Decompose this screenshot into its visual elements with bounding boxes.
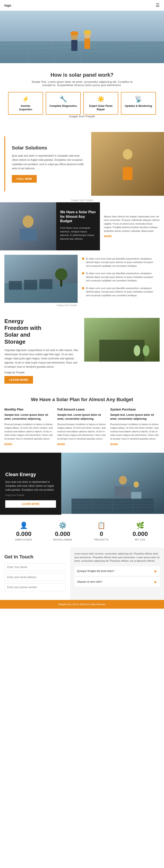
installoman-icon: ⚙️ bbox=[43, 522, 82, 529]
co2-label: MT CO2 bbox=[121, 538, 160, 541]
installoman-number: 0.000 bbox=[43, 530, 82, 537]
how-title: How is solar panel work? bbox=[4, 72, 160, 78]
bullet-section-svg bbox=[4, 255, 78, 303]
budget-card-purchase: System Purchase Sample text. Lorem ipsum… bbox=[110, 408, 160, 446]
svg-rect-16 bbox=[123, 167, 133, 180]
hamburger-icon[interactable]: ☰ bbox=[156, 3, 160, 8]
projects-label: PROJECTS bbox=[82, 538, 121, 541]
budget-lease-name: Full Amount Lease bbox=[57, 408, 107, 411]
svg-rect-11 bbox=[84, 38, 90, 49]
budget-lease-more[interactable]: MORE bbox=[57, 443, 65, 446]
how-card-3: 📡 Updates & Monitoring bbox=[121, 92, 156, 115]
clean-energy-svg bbox=[61, 453, 164, 514]
faq-question-1: Aliquam et sem odio? bbox=[77, 580, 102, 583]
svg-point-25 bbox=[55, 268, 67, 281]
employees-number: 0.000 bbox=[4, 530, 43, 537]
budget-card-lease: Full Amount Lease Sample text. Lorem ips… bbox=[57, 408, 107, 446]
stat-employees: 👤 0.000 EMPLOYEES bbox=[4, 522, 43, 541]
hero-image bbox=[0, 11, 164, 63]
call-now-button[interactable]: CALL NOW bbox=[12, 175, 37, 183]
clean-energy-image-note: Image from Freepik bbox=[5, 494, 56, 497]
svg-rect-23 bbox=[24, 280, 37, 290]
svg-rect-26 bbox=[60, 280, 62, 286]
solar-plan-right: Mauris vitae ultrices leo integer malesu… bbox=[100, 202, 164, 250]
bullet-dot-0 bbox=[82, 257, 84, 260]
how-card-2-title: Expert Solar Panel Repair bbox=[86, 104, 116, 111]
bullet-item-1: Et ullam corci eum iusto qui blanditiis … bbox=[82, 272, 155, 282]
budget-section: We Have a Solar Plan for Almost Any Budg… bbox=[0, 390, 164, 453]
projects-number: 0 bbox=[82, 530, 121, 537]
solar-plan-dark-description: Proin libero nunc consequat interdum, vo… bbox=[60, 226, 96, 241]
email-field[interactable] bbox=[4, 573, 65, 581]
bullet-text-1: Et ullam corci eum iusto qui blanditiis … bbox=[86, 272, 155, 282]
co2-icon: 🌿 bbox=[121, 522, 160, 529]
budget-purchase-more[interactable]: MORE bbox=[110, 443, 118, 446]
bullet-text-2: Et ullam corci eum iusto qui blanditiis … bbox=[86, 286, 155, 297]
faq-arrow-0: ▶ bbox=[155, 569, 157, 573]
clean-energy-left: Clean Energy Quis aute iure dolor in rep… bbox=[0, 453, 61, 515]
how-description: Simple Text. Lorem ipsum dolor sit amet,… bbox=[27, 80, 137, 87]
bullet-item-0: Et ullam corci eum iusto qui blanditiis … bbox=[82, 257, 155, 268]
name-field[interactable] bbox=[4, 563, 65, 571]
clean-energy-title: Clean Energy bbox=[5, 472, 56, 477]
solar-plan-dark-title: We Have a Solar Plan for Almost Any Budg… bbox=[60, 210, 96, 223]
svg-point-12 bbox=[71, 31, 78, 36]
solar-solutions-left: Solar Solutions Quis aute iure dolor in … bbox=[4, 136, 91, 191]
solar-plan-more-link[interactable]: MORE bbox=[104, 235, 160, 238]
svg-point-29 bbox=[134, 345, 140, 356]
svg-point-13 bbox=[84, 30, 91, 34]
energy-freedom-section: Energy Freedom with Solar and Storage Vu… bbox=[0, 311, 164, 390]
bullet-item-2: Et ullam corci eum iusto qui blanditiis … bbox=[82, 286, 155, 297]
projects-icon: 📋 bbox=[82, 522, 121, 529]
budget-lease-sample: Sample text. Lorem ipsum dolor sit amet,… bbox=[57, 413, 107, 421]
solar-solutions-section: Solar Solutions Quis aute iure dolor in … bbox=[0, 132, 164, 196]
how-images-credit: Images from Freepik bbox=[27, 115, 137, 118]
solar-plan-dark: We Have a Solar Plan for Almost Any Budg… bbox=[56, 202, 100, 250]
installoman-label: INSTALLOMAN bbox=[43, 538, 82, 541]
energy-freedom-title: Energy Freedom with Solar and Storage bbox=[4, 318, 80, 345]
bullet-images-credit: Images from Freepik bbox=[4, 304, 78, 307]
budget-monthly-more[interactable]: MORE bbox=[4, 443, 12, 446]
navigation: logo ☰ bbox=[0, 0, 164, 11]
clean-energy-section: Clean Energy Quis aute iure dolor in rep… bbox=[0, 453, 164, 515]
svg-point-18 bbox=[23, 215, 34, 228]
phone-field[interactable] bbox=[4, 583, 65, 591]
budget-monthly-sample: Sample text. Lorem ipsum dolor sit amet,… bbox=[4, 413, 54, 421]
solar-plan-svg bbox=[0, 202, 56, 250]
how-card-3-title: Updates & Monitoring bbox=[124, 104, 153, 108]
svg-rect-35 bbox=[131, 492, 141, 500]
bullet-dot-1 bbox=[82, 272, 84, 274]
bullet-dot-2 bbox=[82, 287, 84, 289]
contact-faq-panel: Lorem ipsum dolor sit amet, consectetur … bbox=[70, 548, 164, 600]
footer: Sample text. Get In Touch for Solar Serv… bbox=[0, 600, 164, 609]
how-card-1-title: Complete Diagnostics bbox=[48, 104, 78, 108]
svg-point-30 bbox=[143, 345, 149, 356]
stat-projects: 📋 0 PROJECTS bbox=[82, 522, 121, 541]
solar-plan-image bbox=[0, 202, 56, 250]
solar-plan-right-text: Mauris vitae ultrices leo integer malesu… bbox=[104, 215, 160, 233]
budget-cards: Monthly Plan Sample text. Lorem ipsum do… bbox=[4, 408, 160, 446]
stat-co2: 🌿 0.000 MT CO2 bbox=[121, 522, 160, 541]
how-section: How is solar panel work? Simple Text. Lo… bbox=[0, 63, 164, 132]
footer-text: Sample text. Get In Touch for Solar Serv… bbox=[58, 603, 106, 606]
energy-freedom-right bbox=[84, 318, 160, 363]
faq-item-0[interactable]: Quisque fringilla elit amet dolor? ▶ bbox=[74, 566, 160, 576]
monitoring-icon: 📡 bbox=[124, 95, 153, 103]
svg-rect-22 bbox=[9, 281, 22, 290]
logo: logo bbox=[4, 3, 11, 7]
budget-monthly-body: Eiusmod tempor incididunt ut labore et d… bbox=[4, 423, 54, 441]
energy-freedom-description: Vulputate dignissim suspendisse in est a… bbox=[4, 348, 80, 369]
get-in-touch-section: Get In Touch Lorem ipsum dolor sit amet,… bbox=[0, 548, 164, 600]
svg-point-32 bbox=[119, 476, 127, 485]
bullet-left: Images from Freepik bbox=[4, 255, 78, 307]
clean-energy-description: Quis aute iure dolor in reprehenderit in… bbox=[5, 480, 56, 492]
energy-freedom-left: Energy Freedom with Solar and Storage Vu… bbox=[4, 318, 80, 384]
svg-rect-9 bbox=[71, 40, 77, 51]
budget-lease-body: Eiusmod tempor incididunt ut labore et d… bbox=[57, 423, 107, 441]
clean-energy-learn-more-button[interactable]: LEARN MORE bbox=[5, 500, 56, 508]
energy-freedom-image-note: Image by Freepik bbox=[4, 371, 80, 375]
how-cards: ⚡ Inverter inspection 🔧 Complete Diagnos… bbox=[4, 92, 160, 115]
energy-learn-more-button[interactable]: LEARN MORE bbox=[4, 376, 33, 384]
budget-monthly-name: Monthly Plan bbox=[4, 408, 54, 411]
faq-item-1[interactable]: Aliquam et sem odio? ▶ bbox=[74, 577, 160, 587]
